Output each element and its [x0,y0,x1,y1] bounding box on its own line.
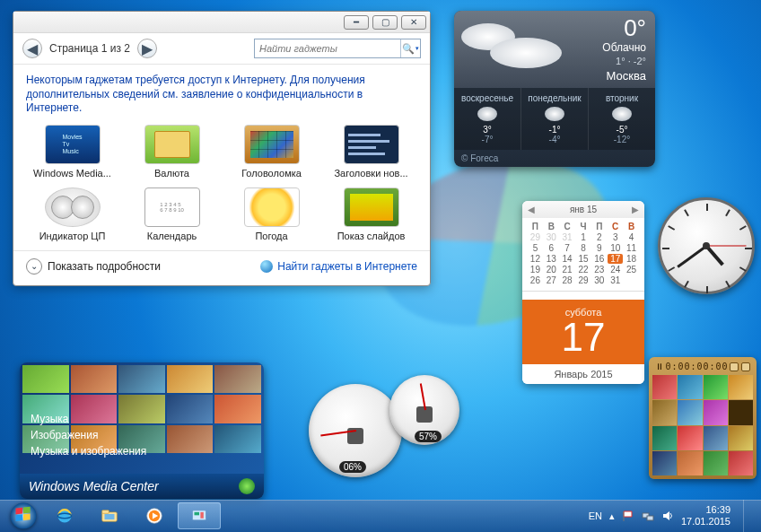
calendar-day[interactable]: 20 [544,265,559,275]
language-indicator[interactable]: EN [589,510,602,521]
puzzle-tile[interactable] [652,451,677,475]
currency-icon [144,125,200,164]
puzzle-tile[interactable] [704,426,728,450]
taskbar-explorer-button[interactable] [88,502,131,529]
prev-page-button[interactable]: ◀ [22,39,42,58]
calendar-day[interactable]: 11 [624,243,639,253]
puzzle-tile[interactable] [678,451,702,475]
calendar-day[interactable]: 18 [624,254,639,264]
flag-icon[interactable] [622,510,634,522]
calendar-day[interactable]: 25 [624,265,639,275]
puzzle-tile[interactable] [704,400,728,424]
calendar-day[interactable]: 29 [576,275,591,285]
show-desktop-button[interactable] [743,500,752,532]
puzzle-tile[interactable] [729,451,753,475]
calendar-day[interactable]: 4 [624,232,639,242]
calendar-day[interactable]: 12 [528,254,543,264]
next-page-button[interactable]: ▶ [137,39,157,58]
puzzle-tile[interactable] [729,400,753,424]
window-titlebar: ━ ▢ ✕ [13,12,430,33]
taskbar-gadgets-button[interactable] [178,502,221,529]
network-icon[interactable] [642,510,654,522]
calendar-day[interactable]: 5 [528,243,543,253]
gadget-currency[interactable]: Валюта [126,125,218,179]
puzzle-pause-icon[interactable]: ⏸ [655,362,664,371]
minimize-button[interactable]: ━ [344,15,369,30]
calendar-gadget[interactable]: ◀ янв 15 ▶ ПВСЧПСВ2930311234567891011121… [522,201,644,384]
tray-up-button[interactable]: ▴ [609,510,615,522]
calendar-day[interactable]: 15 [576,254,591,264]
puzzle-btn[interactable] [741,362,750,371]
cpu-meter-gadget[interactable]: 06% 57% [309,375,463,481]
privacy-notice-link[interactable]: Некоторым гаджетам требуется доступ к Ин… [13,65,430,121]
calendar-day[interactable]: 31 [608,275,623,285]
wmc-menu-item[interactable]: Изображения [31,427,146,443]
puzzle-tile[interactable] [704,451,728,475]
puzzle-tile[interactable] [729,426,753,450]
close-button[interactable]: ✕ [401,15,426,30]
calendar-day[interactable]: 21 [560,265,575,275]
calendar-day[interactable]: 7 [560,243,575,253]
calendar-day[interactable]: 24 [608,265,623,275]
cpu-meter-icon [45,188,101,227]
calendar-day[interactable]: 23 [591,265,607,275]
start-button[interactable] [5,502,41,529]
puzzle-gadget[interactable]: ⏸ 0:00:00:00 [649,357,757,479]
cal-next-button[interactable]: ▶ [632,205,639,214]
find-gadgets-online-link[interactable]: Найти гаджеты в Интернете [260,260,417,273]
taskbar-ie-button[interactable] [43,502,86,529]
calendar-day[interactable]: 6 [544,243,559,253]
puzzle-tile[interactable] [678,375,702,399]
calendar-day[interactable]: 17 [608,254,623,264]
wmc-menu-item[interactable]: Музыка и изображения [31,443,146,459]
calendar-day[interactable]: 30 [591,275,607,285]
weather-gadget[interactable]: 0° Облачно 1° · -2° Москва воскресенье3°… [454,11,655,167]
puzzle-tile[interactable] [652,375,677,399]
media-center-gadget[interactable]: Музыка Изображения Музыка и изображения … [20,362,264,499]
search-input[interactable] [255,43,400,54]
puzzle-tile[interactable] [678,400,702,424]
calendar-day[interactable]: 27 [544,275,559,285]
wmc-menu-item[interactable]: Музыка [31,411,146,427]
puzzle-tile[interactable] [652,426,677,450]
gadget-cpu-meter[interactable]: Индикатор ЦП [26,188,118,241]
gadget-label: Календарь [147,231,197,241]
gadget-gallery-window: ━ ▢ ✕ ◀ Страница 1 из 2 ▶ 🔍▾ Некоторым г… [13,11,431,286]
calendar-day[interactable]: 9 [591,243,607,253]
calendar-day[interactable]: 13 [544,254,559,264]
calendar-day[interactable]: 14 [560,254,575,264]
show-details-toggle[interactable]: ⌄ [26,258,42,275]
calendar-day[interactable]: 2 [591,232,607,242]
calendar-day[interactable]: 1 [576,232,591,242]
hi-lo: 1° · -2° [616,56,646,66]
gadget-slideshow[interactable]: Показ слайдов [325,188,417,241]
gadget-puzzle[interactable]: Головоломка [225,125,318,179]
search-button[interactable]: 🔍▾ [400,39,420,57]
gadget-calendar[interactable]: 1 2 3 4 56 7 8 9 10Календарь [126,188,218,241]
puzzle-tile[interactable] [704,375,728,399]
puzzle-tile[interactable] [652,400,677,424]
taskbar-wmp-button[interactable] [133,502,176,529]
cal-prev-button[interactable]: ◀ [528,205,535,214]
maximize-button[interactable]: ▢ [372,15,398,30]
calendar-day[interactable]: 8 [576,243,591,253]
puzzle-tile[interactable] [678,426,702,450]
calendar-day[interactable]: 19 [528,265,543,275]
calendar-day[interactable]: 28 [560,275,575,285]
gadget-label: Показ слайдов [337,231,406,241]
gadget-news[interactable]: Заголовки нов... [325,125,417,179]
rss-icon [344,125,399,164]
calendar-day[interactable]: 3 [608,232,623,242]
calendar-day[interactable]: 22 [576,265,591,275]
calendar-day[interactable]: 26 [528,275,543,285]
gadget-weather[interactable]: Погода [225,188,318,241]
volume-icon[interactable] [661,510,674,522]
clock-tray[interactable]: 16:39 17.01.2015 [681,504,730,527]
gadget-windows-media[interactable]: MoviesTvMusicWindows Media... [26,125,118,179]
clock-gadget[interactable] [658,197,755,294]
calendar-day[interactable]: 10 [608,243,623,253]
puzzle-tile[interactable] [729,375,753,399]
condition-label: Облачно [602,41,646,54]
puzzle-btn[interactable] [730,362,739,371]
calendar-day[interactable]: 16 [591,254,607,264]
